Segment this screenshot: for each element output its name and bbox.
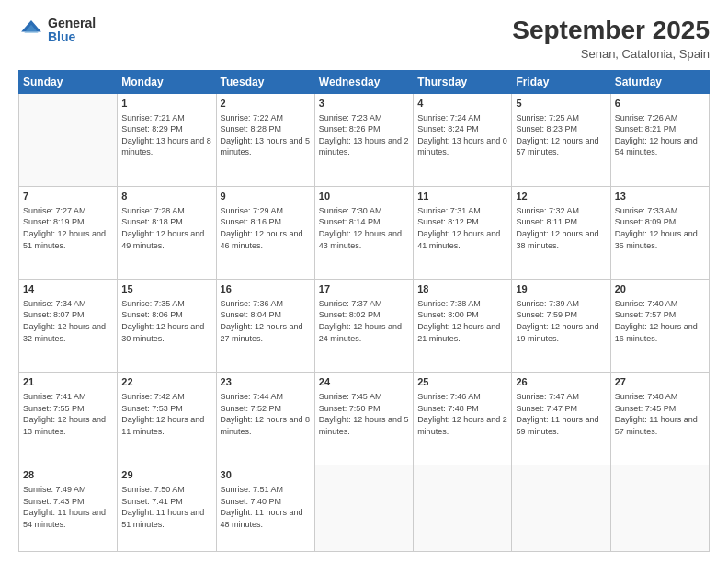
calendar-cell: 18Sunrise: 7:38 AMSunset: 8:00 PMDayligh… bbox=[414, 279, 512, 372]
calendar-cell: 22Sunrise: 7:42 AMSunset: 7:53 PMDayligh… bbox=[118, 373, 216, 465]
calendar-cell: 4Sunrise: 7:24 AMSunset: 8:24 PMDaylight… bbox=[414, 93, 512, 186]
day-number: 25 bbox=[417, 375, 507, 389]
day-detail: Sunrise: 7:51 AMSunset: 7:40 PMDaylight:… bbox=[221, 484, 311, 530]
calendar-cell: 15Sunrise: 7:35 AMSunset: 8:06 PMDayligh… bbox=[118, 279, 216, 372]
logo-text: General Blue bbox=[48, 17, 96, 45]
calendar-cell: 16Sunrise: 7:36 AMSunset: 8:04 PMDayligh… bbox=[216, 279, 314, 372]
calendar-header-row: SundayMondayTuesdayWednesdayThursdayFrid… bbox=[19, 70, 710, 93]
calendar-cell: 8Sunrise: 7:28 AMSunset: 8:18 PMDaylight… bbox=[118, 186, 216, 279]
calendar-cell: 24Sunrise: 7:45 AMSunset: 7:50 PMDayligh… bbox=[314, 373, 413, 465]
main-title: September 2025 bbox=[512, 17, 710, 45]
calendar-cell: 11Sunrise: 7:31 AMSunset: 8:12 PMDayligh… bbox=[414, 186, 512, 279]
calendar-cell: 21Sunrise: 7:41 AMSunset: 7:55 PMDayligh… bbox=[19, 373, 118, 465]
calendar-week-row: 14Sunrise: 7:34 AMSunset: 8:07 PMDayligh… bbox=[19, 279, 710, 372]
day-detail: Sunrise: 7:37 AMSunset: 8:02 PMDaylight:… bbox=[319, 298, 409, 344]
page: General Blue September 2025 Senan, Catal… bbox=[0, 0, 728, 563]
weekday-header: Thursday bbox=[414, 70, 512, 93]
day-number: 5 bbox=[516, 97, 606, 110]
day-detail: Sunrise: 7:49 AMSunset: 7:43 PMDaylight:… bbox=[23, 484, 113, 530]
logo-line2: Blue bbox=[48, 30, 96, 44]
day-detail: Sunrise: 7:35 AMSunset: 8:06 PMDaylight:… bbox=[121, 298, 211, 344]
day-detail: Sunrise: 7:44 AMSunset: 7:52 PMDaylight:… bbox=[221, 391, 311, 437]
day-detail: Sunrise: 7:39 AMSunset: 7:59 PMDaylight:… bbox=[516, 298, 606, 344]
day-detail: Sunrise: 7:27 AMSunset: 8:19 PMDaylight:… bbox=[23, 205, 113, 251]
day-detail: Sunrise: 7:25 AMSunset: 8:23 PMDaylight:… bbox=[516, 112, 606, 158]
day-number: 16 bbox=[221, 282, 311, 296]
calendar-cell bbox=[414, 465, 512, 552]
day-detail: Sunrise: 7:31 AMSunset: 8:12 PMDaylight:… bbox=[417, 205, 507, 251]
calendar-week-row: 1Sunrise: 7:21 AMSunset: 8:29 PMDaylight… bbox=[19, 93, 710, 186]
day-number: 9 bbox=[221, 190, 311, 203]
day-number: 11 bbox=[417, 190, 507, 203]
day-number: 24 bbox=[319, 375, 409, 389]
day-detail: Sunrise: 7:23 AMSunset: 8:26 PMDaylight:… bbox=[319, 112, 409, 158]
day-number: 4 bbox=[417, 97, 507, 110]
day-number: 28 bbox=[23, 468, 113, 482]
day-number: 14 bbox=[23, 282, 113, 296]
title-block: September 2025 Senan, Catalonia, Spain bbox=[512, 17, 710, 61]
calendar-cell bbox=[610, 465, 709, 552]
day-number: 27 bbox=[615, 375, 705, 389]
day-number: 20 bbox=[615, 282, 705, 296]
day-number: 23 bbox=[221, 375, 311, 389]
day-number: 18 bbox=[417, 282, 507, 296]
day-detail: Sunrise: 7:26 AMSunset: 8:21 PMDaylight:… bbox=[615, 112, 705, 158]
header: General Blue September 2025 Senan, Catal… bbox=[18, 17, 710, 61]
calendar-cell: 23Sunrise: 7:44 AMSunset: 7:52 PMDayligh… bbox=[216, 373, 314, 465]
calendar-cell: 17Sunrise: 7:37 AMSunset: 8:02 PMDayligh… bbox=[314, 279, 413, 372]
calendar-cell: 19Sunrise: 7:39 AMSunset: 7:59 PMDayligh… bbox=[512, 279, 610, 372]
weekday-header: Tuesday bbox=[216, 70, 314, 93]
calendar-cell bbox=[314, 465, 413, 552]
day-number: 17 bbox=[319, 282, 409, 296]
calendar-cell: 28Sunrise: 7:49 AMSunset: 7:43 PMDayligh… bbox=[19, 465, 118, 552]
calendar-cell: 7Sunrise: 7:27 AMSunset: 8:19 PMDaylight… bbox=[19, 186, 118, 279]
weekday-header: Friday bbox=[512, 70, 610, 93]
day-detail: Sunrise: 7:34 AMSunset: 8:07 PMDaylight:… bbox=[23, 298, 113, 344]
day-detail: Sunrise: 7:46 AMSunset: 7:48 PMDaylight:… bbox=[417, 391, 507, 437]
calendar-cell: 13Sunrise: 7:33 AMSunset: 8:09 PMDayligh… bbox=[610, 186, 709, 279]
calendar-cell: 6Sunrise: 7:26 AMSunset: 8:21 PMDaylight… bbox=[610, 93, 709, 186]
calendar-cell bbox=[19, 93, 118, 186]
day-number: 1 bbox=[121, 97, 211, 110]
weekday-header: Monday bbox=[118, 70, 216, 93]
calendar-cell: 2Sunrise: 7:22 AMSunset: 8:28 PMDaylight… bbox=[216, 93, 314, 186]
weekday-header: Wednesday bbox=[314, 70, 413, 93]
calendar-week-row: 28Sunrise: 7:49 AMSunset: 7:43 PMDayligh… bbox=[19, 465, 710, 552]
day-detail: Sunrise: 7:41 AMSunset: 7:55 PMDaylight:… bbox=[23, 391, 113, 437]
day-number: 3 bbox=[319, 97, 409, 110]
day-detail: Sunrise: 7:32 AMSunset: 8:11 PMDaylight:… bbox=[516, 205, 606, 251]
day-detail: Sunrise: 7:42 AMSunset: 7:53 PMDaylight:… bbox=[121, 391, 211, 437]
day-detail: Sunrise: 7:29 AMSunset: 8:16 PMDaylight:… bbox=[221, 205, 311, 251]
day-number: 29 bbox=[121, 468, 211, 482]
day-number: 13 bbox=[615, 190, 705, 203]
day-number: 10 bbox=[319, 190, 409, 203]
day-number: 19 bbox=[516, 282, 606, 296]
calendar-cell: 14Sunrise: 7:34 AMSunset: 8:07 PMDayligh… bbox=[19, 279, 118, 372]
logo-icon bbox=[18, 17, 44, 43]
calendar-table: SundayMondayTuesdayWednesdayThursdayFrid… bbox=[18, 70, 710, 552]
day-detail: Sunrise: 7:22 AMSunset: 8:28 PMDaylight:… bbox=[221, 112, 311, 158]
day-number: 30 bbox=[221, 468, 311, 482]
day-number: 12 bbox=[516, 190, 606, 203]
calendar-cell: 25Sunrise: 7:46 AMSunset: 7:48 PMDayligh… bbox=[414, 373, 512, 465]
weekday-header: Saturday bbox=[610, 70, 709, 93]
day-detail: Sunrise: 7:24 AMSunset: 8:24 PMDaylight:… bbox=[417, 112, 507, 158]
day-detail: Sunrise: 7:38 AMSunset: 8:00 PMDaylight:… bbox=[417, 298, 507, 344]
calendar-cell: 9Sunrise: 7:29 AMSunset: 8:16 PMDaylight… bbox=[216, 186, 314, 279]
weekday-header: Sunday bbox=[19, 70, 118, 93]
day-number: 22 bbox=[121, 375, 211, 389]
day-detail: Sunrise: 7:36 AMSunset: 8:04 PMDaylight:… bbox=[221, 298, 311, 344]
day-detail: Sunrise: 7:28 AMSunset: 8:18 PMDaylight:… bbox=[121, 205, 211, 251]
day-number: 8 bbox=[121, 190, 211, 203]
day-detail: Sunrise: 7:33 AMSunset: 8:09 PMDaylight:… bbox=[615, 205, 705, 251]
calendar-cell: 29Sunrise: 7:50 AMSunset: 7:41 PMDayligh… bbox=[118, 465, 216, 552]
day-detail: Sunrise: 7:40 AMSunset: 7:57 PMDaylight:… bbox=[615, 298, 705, 344]
day-detail: Sunrise: 7:21 AMSunset: 8:29 PMDaylight:… bbox=[121, 112, 211, 158]
calendar-cell: 10Sunrise: 7:30 AMSunset: 8:14 PMDayligh… bbox=[314, 186, 413, 279]
calendar-cell: 3Sunrise: 7:23 AMSunset: 8:26 PMDaylight… bbox=[314, 93, 413, 186]
calendar-cell: 12Sunrise: 7:32 AMSunset: 8:11 PMDayligh… bbox=[512, 186, 610, 279]
day-detail: Sunrise: 7:45 AMSunset: 7:50 PMDaylight:… bbox=[319, 391, 409, 437]
logo-line1: General bbox=[48, 17, 96, 30]
day-detail: Sunrise: 7:50 AMSunset: 7:41 PMDaylight:… bbox=[121, 484, 211, 530]
day-detail: Sunrise: 7:47 AMSunset: 7:47 PMDaylight:… bbox=[516, 391, 606, 437]
